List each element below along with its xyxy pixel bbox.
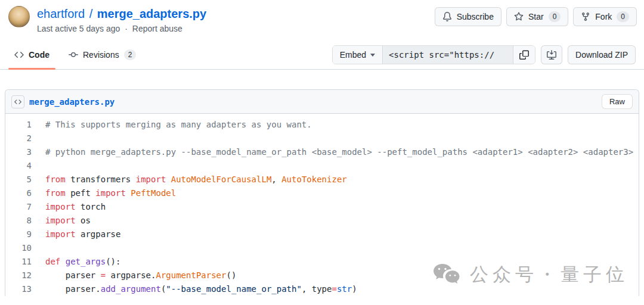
meta-dot: · xyxy=(122,24,130,33)
desktop-download-icon xyxy=(547,50,556,60)
tab-revisions-label: Revisions xyxy=(83,50,119,60)
code-text: from peft import PeftModel xyxy=(32,186,176,200)
file-name-link[interactable]: merge_adapters.py xyxy=(29,97,114,107)
embed-dropdown[interactable]: Embed xyxy=(333,46,383,64)
star-label: Star xyxy=(528,12,544,21)
code-line: 7import torch xyxy=(5,200,639,214)
code-line: 1# This supports merging as many adapter… xyxy=(5,118,639,132)
copy-button[interactable] xyxy=(513,46,535,64)
code-line: 12 parser = argparse.ArgumentParser() xyxy=(5,269,639,282)
code-icon xyxy=(14,50,24,60)
line-number: 1 xyxy=(5,118,32,132)
gist-name-link[interactable]: merge_adapters.py xyxy=(97,7,206,20)
copy-icon xyxy=(519,50,529,60)
line-number: 7 xyxy=(5,200,32,214)
owner-link[interactable]: ehartford xyxy=(37,7,85,20)
subscribe-button[interactable]: Subscribe xyxy=(435,7,501,26)
code-text: parser.add_argument("--base_model_name_o… xyxy=(32,282,357,296)
line-number: 11 xyxy=(5,255,32,269)
tabs: Code Revisions 2 xyxy=(8,41,149,69)
code-area: 1# This supports merging as many adapter… xyxy=(5,114,639,296)
tab-revisions[interactable]: Revisions 2 xyxy=(63,41,142,69)
tab-code-label: Code xyxy=(29,50,49,60)
code-line: 5from transformers import AutoModelForCa… xyxy=(5,173,639,186)
code-text: import os xyxy=(32,214,91,228)
fork-label: Fork xyxy=(595,12,612,21)
gist-meta: Last active 5 days ago · Report abuse xyxy=(37,24,206,33)
code-line: 2 xyxy=(5,132,639,145)
code-line: 4 xyxy=(5,159,639,173)
gist-toolbar: Embed Download ZIP xyxy=(332,45,636,64)
title-and-meta: ehartford / merge_adapters.py Last activ… xyxy=(37,6,206,33)
code-text: import torch xyxy=(32,200,106,214)
code-text: parser = argparse.ArgumentParser() xyxy=(32,269,236,282)
header-actions: Subscribe Star 0 Fork 0 xyxy=(435,6,637,26)
code-text: import argparse xyxy=(32,228,120,241)
line-number: 9 xyxy=(5,228,32,241)
gist-title-block: ehartford / merge_adapters.py Last activ… xyxy=(8,6,206,33)
line-number: 6 xyxy=(5,186,32,200)
line-number: 5 xyxy=(5,173,32,186)
embed-group: Embed xyxy=(332,45,535,64)
commit-icon xyxy=(69,50,78,60)
code-text: def get_args(): xyxy=(32,255,120,269)
page-title: ehartford / merge_adapters.py xyxy=(37,6,206,21)
code-line: 3# python merge_adapters.py --base_model… xyxy=(5,145,639,159)
last-active-text: Last active 5 days ago xyxy=(37,24,120,33)
code-lines: 1# This supports merging as many adapter… xyxy=(5,118,639,296)
file-code-icon xyxy=(11,95,24,108)
code-text: from transformers import AutoModelForCau… xyxy=(32,173,347,186)
embed-dropdown-label: Embed xyxy=(340,50,366,60)
code-line: 10 xyxy=(5,241,639,255)
embed-url-input[interactable] xyxy=(383,46,513,64)
download-zip-label: Download ZIP xyxy=(575,50,628,60)
line-number: 12 xyxy=(5,269,32,282)
line-number: 8 xyxy=(5,214,32,228)
code-line: 6from peft import PeftModel xyxy=(5,186,639,200)
code-line: 11def get_args(): xyxy=(5,255,639,269)
line-number: 10 xyxy=(5,241,32,255)
code-line: 8import os xyxy=(5,214,639,228)
code-text xyxy=(32,159,45,173)
subscribe-label: Subscribe xyxy=(457,12,494,21)
fork-count: 0 xyxy=(617,11,629,22)
code-line: 13 parser.add_argument("--base_model_nam… xyxy=(5,282,639,296)
chevron-down-icon xyxy=(370,54,375,57)
line-number: 13 xyxy=(5,282,32,296)
line-number: 2 xyxy=(5,132,32,145)
code-text: # python merge_adapters.py --base_model_… xyxy=(32,145,639,159)
gist-header: ehartford / merge_adapters.py Last activ… xyxy=(0,0,644,33)
revisions-count: 2 xyxy=(124,49,137,60)
fork-icon xyxy=(581,12,590,21)
tab-code[interactable]: Code xyxy=(8,41,55,69)
bell-icon xyxy=(442,12,452,21)
report-abuse-link[interactable]: Report abuse xyxy=(132,24,182,33)
title-separator: / xyxy=(88,7,94,20)
line-number: 4 xyxy=(5,159,32,173)
line-number: 3 xyxy=(5,145,32,159)
code-line: 9import argparse xyxy=(5,228,639,241)
code-text xyxy=(32,132,45,145)
file-header: merge_adapters.py Raw xyxy=(5,90,639,114)
fork-button[interactable]: Fork 0 xyxy=(573,7,637,26)
code-text: # This supports merging as many adapters… xyxy=(32,118,312,132)
file-title: merge_adapters.py xyxy=(11,95,114,108)
star-count: 0 xyxy=(549,11,561,22)
file-card: merge_adapters.py Raw 1# This supports m… xyxy=(5,89,639,296)
download-zip-button[interactable]: Download ZIP xyxy=(568,45,636,64)
tab-bar: Code Revisions 2 Embed xyxy=(0,41,644,70)
star-icon xyxy=(514,12,524,21)
raw-button[interactable]: Raw xyxy=(602,94,633,109)
star-button[interactable]: Star 0 xyxy=(506,7,568,26)
avatar[interactable] xyxy=(8,6,30,27)
code-text xyxy=(32,241,45,255)
desktop-download-button[interactable] xyxy=(541,45,562,64)
